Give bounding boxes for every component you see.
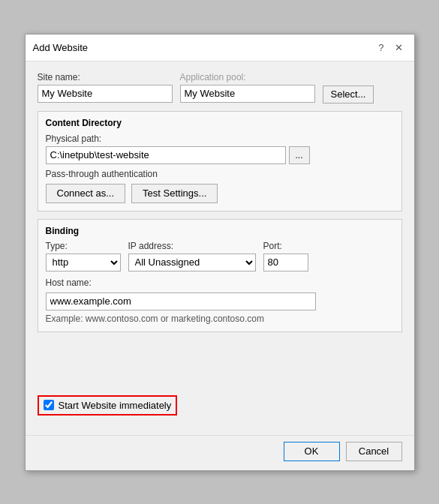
cancel-button[interactable]: Cancel (346, 442, 402, 461)
app-pool-label: Application pool: (180, 72, 315, 82)
type-select[interactable]: http https (46, 254, 121, 272)
add-website-dialog: Add Website ? ✕ Site name: Application p… (25, 34, 415, 471)
binding-top-row: Type: http https IP address: All Unassig… (46, 241, 394, 272)
browse-button[interactable]: ... (289, 146, 310, 164)
path-row: ... (46, 146, 394, 164)
physical-path-label: Physical path: (46, 134, 102, 144)
hostname-example: Example: www.contoso.com or marketing.co… (46, 314, 394, 324)
test-settings-button[interactable]: Test Settings... (131, 184, 218, 203)
port-label: Port: (263, 241, 308, 251)
app-pool-input[interactable] (180, 85, 315, 103)
close-button[interactable]: ✕ (391, 40, 407, 55)
auth-button-row: Connect as... Test Settings... (46, 184, 394, 203)
ip-select[interactable]: All Unassigned (128, 254, 256, 272)
select-btn-group: Select... (323, 72, 374, 104)
app-pool-group: Application pool: (180, 72, 315, 103)
start-website-row: Start Website immediately (38, 395, 178, 416)
type-label: Type: (46, 241, 121, 251)
title-bar-buttons: ? ✕ (374, 40, 406, 55)
bottom-area: Start Website immediately (26, 395, 414, 435)
content-directory-title: Content Directory (46, 118, 394, 128)
site-name-label: Site name: (38, 72, 173, 82)
title-bar: Add Website ? ✕ (26, 34, 414, 62)
passthrough-label: Pass-through authentication (46, 169, 394, 179)
dialog-footer: OK Cancel (26, 435, 414, 470)
hostname-field: Host name: (46, 278, 394, 310)
port-field: Port: (263, 241, 308, 272)
connect-as-button[interactable]: Connect as... (46, 184, 126, 203)
ip-label: IP address: (128, 241, 256, 251)
type-field: Type: http https (46, 241, 121, 272)
physical-path-input[interactable] (46, 146, 286, 164)
binding-title: Binding (46, 226, 394, 236)
hostname-label: Host name: (46, 278, 394, 288)
start-website-label[interactable]: Start Website immediately (59, 400, 172, 411)
start-website-checkbox[interactable] (44, 400, 54, 410)
ip-field: IP address: All Unassigned (128, 241, 256, 272)
ok-button[interactable]: OK (284, 442, 340, 461)
empty-space (38, 340, 402, 385)
help-button[interactable]: ? (374, 40, 387, 55)
select-app-pool-button[interactable]: Select... (323, 86, 374, 104)
site-apppool-row: Site name: Application pool: Select... (38, 72, 402, 104)
site-name-group: Site name: (38, 72, 173, 103)
content-directory-section: Content Directory Physical path: ... Pas… (38, 111, 402, 212)
site-name-input[interactable] (38, 85, 173, 103)
hostname-input[interactable] (46, 292, 316, 310)
binding-section: Binding Type: http https IP address: All… (38, 219, 402, 332)
dialog-title: Add Website (33, 42, 88, 53)
port-input[interactable] (263, 254, 308, 272)
dialog-body: Site name: Application pool: Select... C… (26, 62, 414, 395)
